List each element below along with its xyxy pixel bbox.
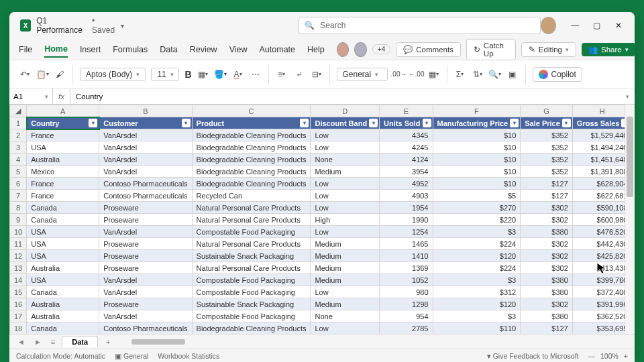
spreadsheet-grid[interactable]: ◢ABCDEFGHIJK1Country▾Customer▾Product▾Di… bbox=[9, 105, 635, 334]
col-header-F[interactable]: F bbox=[433, 105, 521, 117]
cell[interactable]: Medium bbox=[311, 262, 380, 274]
cell[interactable]: $5 bbox=[433, 190, 521, 202]
row-header-6[interactable]: 6 bbox=[10, 178, 27, 190]
select-all-cell[interactable]: ◢ bbox=[10, 105, 27, 117]
cell[interactable]: Medium bbox=[311, 166, 380, 178]
cell[interactable]: USA bbox=[27, 250, 99, 262]
cell[interactable]: Low bbox=[311, 190, 380, 202]
sheet-list-icon[interactable]: ≡ bbox=[48, 338, 58, 346]
font-family-select[interactable]: Aptos (Body)▾ bbox=[80, 68, 146, 81]
cell[interactable]: Low bbox=[311, 129, 380, 141]
cell[interactable]: $302 bbox=[521, 238, 573, 250]
copilot-button[interactable]: Copilot bbox=[533, 67, 582, 82]
cell[interactable]: Compostable Food Packaging bbox=[192, 286, 311, 298]
presence-avatar-2[interactable] bbox=[354, 42, 367, 57]
sheet-tab-data[interactable]: Data bbox=[62, 336, 98, 347]
cell[interactable]: Canada bbox=[27, 286, 99, 298]
user-avatar[interactable] bbox=[541, 17, 557, 34]
comments-button[interactable]: 💬Comments bbox=[396, 42, 461, 57]
cell[interactable]: Natural Personal Care Products bbox=[192, 262, 311, 274]
feedback-link[interactable]: ▾ Give Feedback to Microsoft bbox=[487, 352, 579, 360]
row-header-11[interactable]: 11 bbox=[10, 238, 27, 250]
col-header-H[interactable]: H bbox=[572, 105, 625, 117]
cell[interactable]: Natural Personal Care Products bbox=[192, 238, 311, 250]
cell[interactable]: $600,980 bbox=[572, 214, 625, 226]
cell[interactable]: VanArsdel bbox=[99, 166, 192, 178]
merge-icon[interactable]: ⊟▾ bbox=[311, 68, 323, 80]
cell[interactable]: $10 bbox=[433, 129, 521, 141]
cell[interactable]: $10 bbox=[433, 141, 521, 154]
cell[interactable]: Proseware bbox=[99, 250, 192, 262]
cell[interactable]: Proseware bbox=[99, 238, 192, 250]
borders-icon[interactable]: ▦▾ bbox=[197, 68, 209, 80]
cell[interactable]: France bbox=[27, 129, 99, 141]
cell[interactable]: Australia bbox=[27, 298, 99, 310]
filter-icon[interactable]: ▾ bbox=[89, 119, 97, 127]
cell[interactable]: Low bbox=[311, 286, 380, 298]
filter-icon[interactable]: ▾ bbox=[562, 119, 571, 127]
cell[interactable]: Medium bbox=[311, 274, 380, 286]
cell[interactable]: $380 bbox=[521, 286, 573, 298]
row-header-1[interactable]: 1 bbox=[10, 117, 27, 129]
col-header-G[interactable]: G bbox=[521, 105, 573, 117]
zoom-control[interactable]: — 100% + bbox=[588, 352, 629, 360]
cell[interactable]: USA bbox=[27, 238, 99, 250]
cell[interactable]: Compostable Food Packaging bbox=[192, 226, 311, 238]
cell[interactable]: Compostable Food Packaging bbox=[192, 274, 311, 286]
cell[interactable]: Biodegradable Cleaning Products bbox=[192, 141, 311, 154]
cell[interactable]: $302 bbox=[521, 298, 573, 310]
cell[interactable]: High bbox=[311, 214, 380, 226]
cell[interactable]: VanArsdel bbox=[99, 154, 192, 166]
sort-filter-icon[interactable]: ⇅▾ bbox=[472, 68, 484, 80]
cell[interactable]: $302 bbox=[521, 214, 573, 226]
cell[interactable]: 980 bbox=[380, 286, 433, 298]
fill-color-icon[interactable]: 🪣▾ bbox=[215, 68, 227, 80]
cell[interactable]: $413,438 bbox=[572, 262, 625, 274]
cell[interactable]: $380 bbox=[521, 274, 573, 286]
cell[interactable]: $3 bbox=[433, 274, 521, 286]
cell[interactable]: Mexico bbox=[27, 166, 99, 178]
presence-count[interactable]: +4 bbox=[372, 44, 390, 54]
row-header-5[interactable]: 5 bbox=[10, 166, 27, 178]
cell[interactable]: $352 bbox=[521, 154, 573, 166]
cell[interactable]: Medium bbox=[311, 238, 380, 250]
table-header-manufacturing price[interactable]: Manufacturing Price▾ bbox=[433, 117, 521, 129]
format-painter-icon[interactable]: 🖌 bbox=[54, 68, 66, 80]
cell[interactable]: VanArsdel bbox=[99, 286, 192, 298]
col-header-C[interactable]: C bbox=[192, 105, 311, 117]
row-header-10[interactable]: 10 bbox=[10, 226, 27, 238]
cell[interactable]: 1410 bbox=[380, 250, 433, 262]
presence-avatar-1[interactable] bbox=[337, 42, 350, 57]
row-header-14[interactable]: 14 bbox=[10, 274, 27, 286]
tab-help[interactable]: Help bbox=[307, 42, 325, 57]
cell[interactable]: $380 bbox=[521, 310, 573, 322]
formula-input[interactable]: Country bbox=[70, 93, 621, 101]
tab-data[interactable]: Data bbox=[160, 42, 177, 57]
add-sheet-button[interactable]: + bbox=[102, 338, 114, 346]
cell[interactable]: 1298 bbox=[380, 298, 433, 310]
cell[interactable]: $399,760 bbox=[572, 274, 625, 286]
sheet-nav-next[interactable]: ► bbox=[32, 338, 44, 346]
search-input[interactable]: 🔍 Search bbox=[299, 17, 540, 34]
row-header-15[interactable]: 15 bbox=[10, 286, 27, 298]
cell[interactable]: $127 bbox=[521, 178, 573, 190]
cell[interactable]: $302 bbox=[521, 202, 573, 214]
cell[interactable]: $352 bbox=[521, 166, 573, 178]
row-header-9[interactable]: 9 bbox=[10, 214, 27, 226]
minimize-button[interactable]: — bbox=[564, 21, 586, 30]
cell[interactable]: 4124 bbox=[380, 154, 433, 166]
cell[interactable]: $372,400 bbox=[572, 286, 625, 298]
cell[interactable]: Low bbox=[311, 322, 380, 335]
tab-insert[interactable]: Insert bbox=[80, 42, 101, 57]
cell[interactable]: Canada bbox=[27, 322, 99, 335]
row-header-4[interactable]: 4 bbox=[10, 154, 27, 166]
cell[interactable]: 3954 bbox=[380, 166, 433, 178]
formula-expand-icon[interactable]: ▾ bbox=[621, 93, 635, 100]
cell[interactable]: Contoso Pharmaceuticals bbox=[99, 190, 192, 202]
cell[interactable]: Sustainable Snack Packaging bbox=[192, 250, 311, 262]
cell[interactable]: Australia bbox=[27, 154, 99, 166]
row-header-12[interactable]: 12 bbox=[10, 250, 27, 262]
cell[interactable]: $628,904 bbox=[572, 178, 625, 190]
cell[interactable]: France bbox=[27, 190, 99, 202]
cell[interactable]: USA bbox=[27, 274, 99, 286]
